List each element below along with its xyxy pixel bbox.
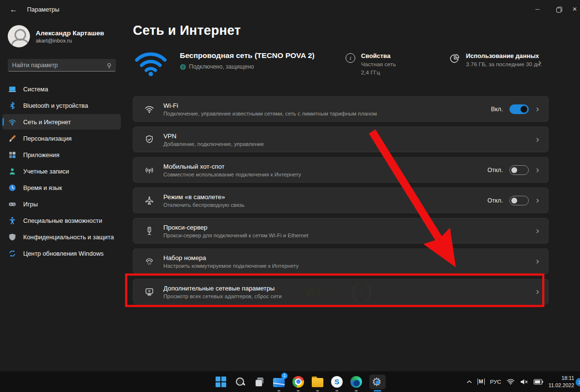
- row-title: Wi-Fi: [163, 102, 491, 109]
- sidebar-item-label: Bluetooth и устройства: [23, 102, 88, 109]
- settings-window: ← Параметры ─ ✕ Александр Карташев akart…: [0, 0, 580, 392]
- airplane-icon: [144, 195, 155, 206]
- data-usage-value: 3.76 ГБ, за последние 30 дн.: [466, 61, 542, 68]
- running-indicator: [335, 390, 338, 392]
- sidebar: Александр Карташев akart@inbox.ru ⚲ Сист…: [0, 19, 127, 371]
- search-box[interactable]: ⚲: [8, 59, 116, 72]
- sidebar-item-9[interactable]: Конфиденциальность и защита: [2, 229, 121, 245]
- advanced-network-icon: [144, 287, 155, 297]
- close-button[interactable]: ✕: [569, 0, 580, 18]
- sidebar-item-label: Персонализация: [23, 135, 72, 142]
- properties-block[interactable]: i Свойства Частная сеть 2,4 ГГц: [346, 52, 396, 76]
- settings-gear-icon[interactable]: ⚙: [369, 375, 386, 389]
- chevron-right-icon: ›: [536, 104, 539, 114]
- volume-muted-icon[interactable]: [520, 378, 528, 385]
- settings-row-5[interactable]: Набор номераНастроить коммутируемое подк…: [133, 248, 549, 274]
- chrome-icon[interactable]: [292, 375, 304, 389]
- row-title: Режим «в самолете»: [163, 193, 488, 201]
- start-icon[interactable]: [215, 375, 227, 389]
- dialup-icon: [144, 256, 155, 267]
- chevron-right-icon: ›: [536, 287, 539, 296]
- gaming-icon: [8, 200, 16, 208]
- tray-chevron-up-icon[interactable]: [466, 380, 472, 384]
- bluetooth-icon: [8, 102, 16, 110]
- globe-icon: [180, 64, 186, 70]
- sidebar-item-3[interactable]: Персонализация: [2, 131, 121, 146]
- tray-app-icon[interactable]: M: [478, 378, 485, 385]
- main-content: Сеть и Интернет Беспроводная сеть (TECNO…: [127, 19, 580, 371]
- sidebar-item-2[interactable]: Сеть и Интернет: [2, 114, 121, 130]
- apps-icon: [8, 151, 16, 159]
- row-title: VPN: [163, 132, 536, 140]
- sidebar-item-4[interactable]: Приложения: [2, 147, 121, 162]
- hotspot-icon: [144, 165, 155, 175]
- network-name: Беспроводная сеть (TECNO POVA 2): [180, 51, 315, 60]
- titlebar: ← Параметры ─ ✕: [0, 0, 580, 19]
- restore-button[interactable]: [548, 0, 569, 18]
- running-indicator: [355, 390, 358, 392]
- sidebar-item-0[interactable]: Система: [2, 81, 121, 97]
- unread-badge: 1: [281, 373, 288, 379]
- sidebar-item-5[interactable]: Учетные записи: [2, 163, 121, 179]
- wifi-icon: [144, 104, 155, 115]
- settings-row-0[interactable]: Wi-FiПодключение, управление известными …: [133, 96, 549, 122]
- notification-badge[interactable]: 3: [576, 378, 580, 386]
- sidebar-item-label: Сеть и Интернет: [23, 118, 71, 126]
- running-indicator: [297, 390, 300, 392]
- data-usage-chevron-icon[interactable]: ›: [538, 58, 542, 67]
- row-subtitle: Отключить беспроводную связь: [163, 202, 488, 208]
- pie-chart-icon: [450, 53, 460, 64]
- sidebar-item-label: Время и язык: [23, 184, 62, 191]
- file-explorer-icon[interactable]: [311, 375, 324, 389]
- sidebar-item-8[interactable]: Специальные возможности: [2, 213, 121, 228]
- battery-icon[interactable]: [534, 379, 543, 385]
- running-indicator: [316, 390, 319, 392]
- toggle-switch[interactable]: [509, 104, 529, 114]
- row-subtitle: Настроить коммутируемое подключение к Ин…: [163, 263, 536, 269]
- search-taskbar-icon[interactable]: [234, 375, 246, 389]
- settings-row-4[interactable]: Прокси-серверПрокси-сервер для подключен…: [133, 218, 549, 244]
- accounts-icon: [8, 167, 16, 175]
- privacy-icon: [8, 233, 16, 241]
- sidebar-nav: СистемаBluetooth и устройстваСеть и Инте…: [2, 80, 121, 262]
- sidebar-item-6[interactable]: Время и язык: [2, 180, 121, 195]
- properties-band: 2,4 ГГц: [361, 69, 396, 76]
- settings-row-1[interactable]: VPNДобавление, подключение, управление›: [133, 127, 549, 152]
- sidebar-item-7[interactable]: Игры: [2, 196, 121, 212]
- toggle-state-label: Вкл.: [491, 106, 503, 113]
- row-title: Прокси-сервер: [163, 224, 536, 231]
- minimize-button[interactable]: ─: [527, 0, 548, 18]
- row-subtitle: Прокси-сервер для подключений к сетям Wi…: [163, 232, 536, 238]
- sidebar-item-label: Конфиденциальность и защита: [23, 233, 114, 241]
- clock[interactable]: 18:11 11.02.2022: [549, 375, 574, 388]
- wifi-hero-icon: [133, 48, 169, 78]
- toggle-switch[interactable]: [509, 196, 529, 205]
- edge-icon[interactable]: [350, 375, 362, 389]
- user-email: akart@inbox.ru: [36, 38, 104, 44]
- data-usage-block[interactable]: Использование данных 3.76 ГБ, за последн…: [450, 52, 542, 68]
- user-profile[interactable]: Александр Карташев akart@inbox.ru: [8, 25, 127, 47]
- user-name: Александр Карташев: [36, 29, 104, 37]
- toggle-switch[interactable]: [509, 165, 529, 175]
- skype-icon[interactable]: S: [331, 375, 343, 389]
- search-input[interactable]: [12, 62, 107, 69]
- language-indicator[interactable]: РУС: [490, 379, 501, 385]
- task-view-icon[interactable]: [253, 375, 266, 389]
- sidebar-item-10[interactable]: Центр обновления Windows: [2, 246, 121, 261]
- tray-time: 18:11: [549, 375, 574, 381]
- mail-icon[interactable]: 1: [273, 375, 285, 389]
- proxy-server-icon: [144, 226, 155, 236]
- chevron-right-icon: ›: [536, 257, 539, 266]
- chevron-right-icon: ›: [536, 165, 539, 174]
- tray-date: 11.02.2022: [549, 382, 574, 389]
- tray-wifi-icon[interactable]: [507, 378, 515, 385]
- settings-row-6[interactable]: Дополнительные сетевые параметрыПросмотр…: [133, 279, 549, 305]
- settings-row-3[interactable]: Режим «в самолете»Отключить беспроводную…: [133, 188, 549, 213]
- sidebar-item-1[interactable]: Bluetooth и устройства: [2, 98, 121, 113]
- network-icon: [8, 118, 16, 126]
- info-icon: i: [346, 53, 355, 63]
- settings-row-2[interactable]: Мобильный хот-спотСовместное использован…: [133, 157, 549, 183]
- taskbar: 1S⚙ M РУС: [0, 371, 580, 392]
- back-button[interactable]: ←: [4, 2, 23, 17]
- sidebar-item-label: Приложения: [23, 151, 59, 159]
